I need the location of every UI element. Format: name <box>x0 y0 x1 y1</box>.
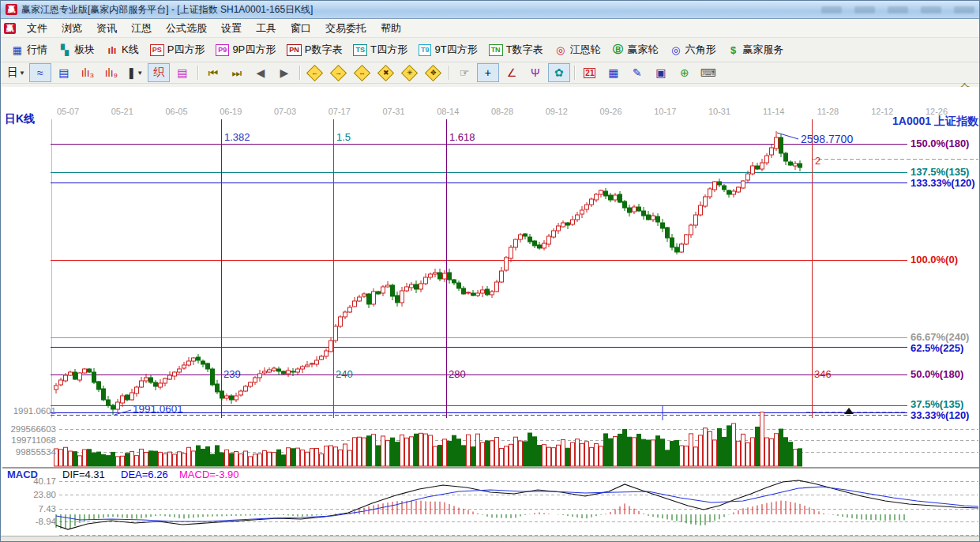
svg-text:05-21: 05-21 <box>111 107 133 116</box>
svg-text:2598.7700: 2598.7700 <box>801 133 853 145</box>
svg-text:DEA=6.26: DEA=6.26 <box>121 469 168 480</box>
scribble-tool-icon[interactable]: ✿ <box>548 63 570 82</box>
winner-service-button[interactable]: $赢家服务 <box>722 40 790 59</box>
expand-h-icon[interactable]: ↔ <box>351 63 374 82</box>
toolbar-separator <box>197 66 198 80</box>
winner-wheel-button[interactable]: Ⓑ赢家轮 <box>606 40 664 59</box>
svg-text:150.0%(180): 150.0%(180) <box>911 137 969 149</box>
first-page-icon[interactable]: ⏮ <box>202 63 224 82</box>
app-logo-icon: 赢 <box>6 4 17 15</box>
next-icon[interactable]: ▶ <box>273 63 295 82</box>
sectors-button[interactable]: ▚板块 <box>53 40 100 59</box>
menu-item-江恩[interactable]: 江恩 <box>124 20 159 37</box>
prev-icon[interactable]: ◀ <box>250 63 272 82</box>
pan-hand-icon[interactable]: ☞ <box>453 63 475 82</box>
chart-area[interactable]: 05-0705-2106-0506-1907-0307-1707-3108-14… <box>1 87 980 538</box>
9p-square-button[interactable]: P99P四方形 <box>210 40 281 59</box>
svg-text:1991.0601: 1991.0601 <box>13 406 56 416</box>
bars-3day-icon[interactable]: ılı₃ <box>77 63 99 82</box>
candle-style-button[interactable]: ❚▼ <box>124 63 146 82</box>
svg-text:62.5%(225): 62.5%(225) <box>911 342 963 354</box>
t-square-button[interactable]: TST四方形 <box>347 40 412 59</box>
last-page-icon[interactable]: ⏭ <box>226 63 248 82</box>
t-square-label: T四方形 <box>370 43 407 57</box>
web-icon[interactable]: ⊕ <box>674 63 696 82</box>
menu-item-资讯[interactable]: 资讯 <box>89 20 124 37</box>
svg-text:09-26: 09-26 <box>599 107 621 116</box>
winner-service-icon: $ <box>727 43 740 56</box>
zoom-all-icon[interactable]: ✳ <box>399 63 421 82</box>
winner-wheel-label: 赢家轮 <box>628 43 659 57</box>
svg-text:133.33%(120): 133.33%(120) <box>911 177 975 189</box>
menu-item-交易委托[interactable]: 交易委托 <box>318 20 374 37</box>
p-number-table-label: P数字表 <box>305 43 343 57</box>
remote-pc-icon[interactable]: ⌨ <box>697 63 719 82</box>
9t-square-button[interactable]: T99T四方形 <box>413 40 483 59</box>
menu-item-公式选股[interactable]: 公式选股 <box>159 20 214 37</box>
svg-text:346: 346 <box>814 368 832 380</box>
p-square-button[interactable]: PSP四方形 <box>145 40 211 59</box>
svg-text:MACD=-3.90: MACD=-3.90 <box>179 469 239 480</box>
angle-measure-icon[interactable]: ∠ <box>501 63 523 82</box>
save-icon[interactable]: ▣ <box>650 63 672 82</box>
market-quotes-label: 行情 <box>27 43 47 57</box>
crosshair-icon[interactable]: + <box>477 63 499 82</box>
toolbar-separator <box>299 66 300 80</box>
svg-text:239: 239 <box>223 368 241 380</box>
shift-left-icon[interactable]: ← <box>304 63 326 82</box>
svg-text:-8.94: -8.94 <box>36 517 57 526</box>
sectors-label: 板块 <box>74 43 95 57</box>
gann-wheel-button[interactable]: ◎江恩轮 <box>549 40 606 59</box>
menu-item-工具[interactable]: 工具 <box>249 20 283 37</box>
titlebar: 赢 赢家江恩专业版[赢家内部服务平台] - [上证指数 SH1A0001-165… <box>1 1 979 19</box>
svg-text:DIF=4.31: DIF=4.31 <box>62 469 105 480</box>
winner-service-label: 赢家服务 <box>743 43 784 57</box>
gann-vlines: 1.3822391.52401.6182802346 <box>221 119 832 418</box>
weave-icon[interactable]: 织 <box>148 63 170 82</box>
compress-icon[interactable]: ✖ <box>375 63 397 82</box>
svg-text:10-17: 10-17 <box>654 107 676 116</box>
winner-wheel-icon: Ⓑ <box>612 43 625 56</box>
svg-text:50.0%(180): 50.0%(180) <box>911 368 963 380</box>
menu-bar: 赢 文件浏览资讯江恩公式选股设置工具窗口交易委托帮助 <box>1 19 979 38</box>
app-window: 赢 赢家江恩专业版[赢家内部服务平台] - [上证指数 SH1A0001-165… <box>0 0 980 542</box>
svg-text:240: 240 <box>336 368 353 380</box>
menu-item-帮助[interactable]: 帮助 <box>374 20 408 37</box>
calculator-icon[interactable]: ▦ <box>603 63 625 82</box>
macd-pane <box>56 480 978 529</box>
kline-label: K线 <box>122 43 139 57</box>
svg-text:08-14: 08-14 <box>437 107 459 116</box>
gann-wheel-icon: ◎ <box>554 43 567 56</box>
svg-text:06-05: 06-05 <box>165 107 187 116</box>
toolbar-main: ▦行情▚板块ılıK线PSP四方形P99P四方形PNP数字表TST四方形T99T… <box>1 38 979 62</box>
kline-button[interactable]: ılıK线 <box>100 40 145 59</box>
profile-histogram-icon[interactable]: ▤ <box>171 63 193 82</box>
calendar-icon[interactable]: 21 <box>579 63 601 82</box>
menu-item-文件[interactable]: 文件 <box>20 20 54 37</box>
shift-right-icon[interactable]: → <box>328 63 350 82</box>
kline-icon: ılı <box>106 43 118 56</box>
bars-9day-icon[interactable]: ılı₉ <box>100 63 122 82</box>
purple-tool-icon[interactable]: Ψ <box>524 63 546 82</box>
menu-item-浏览[interactable]: 浏览 <box>54 20 89 37</box>
info-panel-icon[interactable]: ▤ <box>53 63 75 82</box>
svg-text:199711068: 199711068 <box>11 435 56 445</box>
curve-mode-icon[interactable]: ≈ <box>29 63 51 82</box>
t-number-table-button[interactable]: TNT数字表 <box>483 40 549 59</box>
svg-text:1.618: 1.618 <box>449 131 475 143</box>
gann-wheel-label: 江恩轮 <box>570 43 601 57</box>
svg-text:1.382: 1.382 <box>224 131 250 143</box>
menu-logo-icon: 赢 <box>4 23 16 34</box>
svg-text:23.80: 23.80 <box>33 490 56 499</box>
period-day-button[interactable]: 日▼ <box>5 63 28 82</box>
svg-text:09-12: 09-12 <box>546 107 568 116</box>
menu-item-窗口[interactable]: 窗口 <box>283 20 318 37</box>
market-quotes-button[interactable]: ▦行情 <box>6 40 53 59</box>
market-quotes-icon: ▦ <box>11 43 24 56</box>
menu-item-设置[interactable]: 设置 <box>214 20 249 37</box>
p-number-table-button[interactable]: PNP数字表 <box>281 40 347 59</box>
svg-text:07-17: 07-17 <box>329 107 351 116</box>
center-icon[interactable]: ✥ <box>422 63 445 82</box>
notes-icon[interactable]: ✎ <box>626 63 648 82</box>
hexagon-button[interactable]: ◎六角形 <box>664 40 722 59</box>
